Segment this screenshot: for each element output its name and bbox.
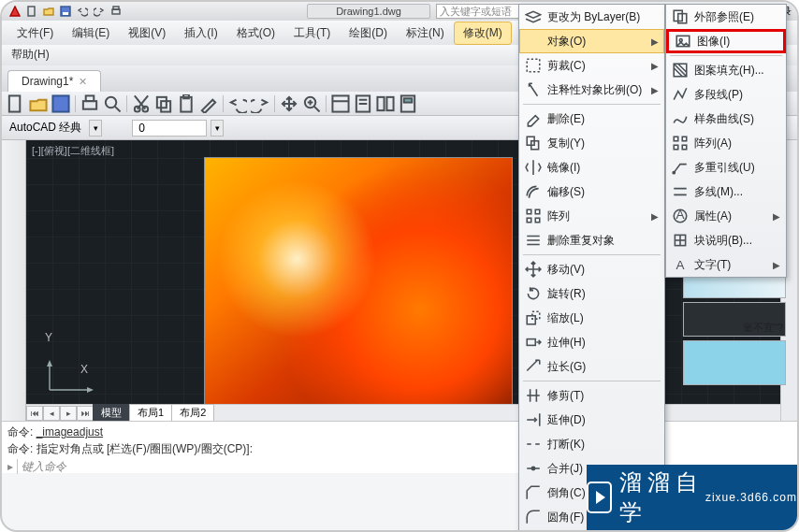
tab-layout2[interactable]: 布局2 bbox=[171, 404, 214, 421]
modify-menu-item[interactable]: 阵列▶ bbox=[519, 204, 664, 228]
tab-next-icon[interactable]: ▸ bbox=[60, 406, 77, 421]
layer-zero[interactable]: 0 bbox=[132, 120, 207, 137]
pan-icon[interactable] bbox=[279, 93, 299, 114]
modify-menu-item[interactable]: 对象(O)▶ bbox=[519, 29, 664, 53]
document-title: Drawing1.dwg bbox=[307, 4, 430, 19]
object-submenu-item[interactable]: 块说明(B)... bbox=[666, 228, 786, 252]
modify-menu-item[interactable]: 镜像(I) bbox=[519, 155, 664, 180]
preview-icon[interactable] bbox=[102, 93, 123, 114]
modify-menu-item[interactable]: 打断(K) bbox=[519, 432, 664, 456]
modify-menu-item[interactable]: 修剪(T) bbox=[519, 383, 664, 408]
overkill-icon bbox=[525, 232, 542, 249]
new-icon[interactable] bbox=[24, 4, 39, 19]
tab-prev-icon[interactable]: ◂ bbox=[43, 406, 60, 421]
modify-menu-item[interactable]: 移动(V) bbox=[519, 257, 664, 281]
menu-view[interactable]: 视图(V) bbox=[119, 22, 175, 45]
menu-item-label: 注释性对象比例(O) bbox=[547, 82, 646, 98]
modify-menu-item[interactable]: 删除重复对象 bbox=[519, 228, 664, 252]
doc-tab[interactable]: Drawing1* ✕ bbox=[7, 70, 101, 92]
menu-item-label: 属性(A) bbox=[694, 208, 767, 224]
menu-item-label: 复制(Y) bbox=[547, 136, 659, 151]
open-doc-icon[interactable] bbox=[28, 93, 49, 114]
new-doc-icon[interactable] bbox=[6, 93, 26, 114]
undo-icon[interactable] bbox=[75, 4, 90, 19]
watermark-sub: zixue.3d66.com bbox=[705, 491, 797, 504]
object-submenu-item[interactable]: 外部参照(E) bbox=[666, 5, 786, 29]
separator bbox=[326, 95, 327, 112]
app-icon[interactable] bbox=[7, 4, 22, 19]
modify-menu-item[interactable]: 复制(Y) bbox=[519, 131, 664, 155]
menu-modify[interactable]: 修改(M) bbox=[454, 22, 512, 45]
menu-format[interactable]: 格式(O) bbox=[227, 22, 284, 45]
command-prompt[interactable]: 键入命令 bbox=[22, 458, 66, 475]
image-icon bbox=[675, 33, 691, 50]
separator bbox=[17, 459, 18, 474]
tab-model[interactable]: 模型 bbox=[93, 404, 130, 421]
plot-icon[interactable] bbox=[80, 93, 100, 114]
menu-tools[interactable]: 工具(T) bbox=[284, 22, 340, 45]
object-submenu-item[interactable]: A属性(A)▶ bbox=[666, 204, 786, 228]
zoom-icon[interactable] bbox=[301, 93, 322, 114]
svg-rect-43 bbox=[527, 59, 540, 72]
close-icon[interactable]: ✕ bbox=[79, 76, 87, 88]
undo-tb-icon[interactable] bbox=[227, 93, 248, 114]
save-icon[interactable] bbox=[58, 4, 73, 19]
modify-menu-item[interactable]: 缩放(L) bbox=[519, 306, 664, 330]
workspace-name[interactable]: AutoCAD 经典 bbox=[6, 118, 85, 137]
draw-toolbar[interactable] bbox=[2, 140, 26, 421]
object-submenu-item[interactable]: 多重引线(U) bbox=[666, 155, 786, 180]
modify-menu-item[interactable]: 偏移(S) bbox=[519, 180, 664, 204]
object-submenu-item[interactable]: 样条曲线(S) bbox=[666, 107, 786, 131]
sheet-icon[interactable] bbox=[353, 93, 373, 114]
save-doc-icon[interactable] bbox=[51, 93, 71, 114]
print-icon[interactable] bbox=[109, 4, 123, 19]
thumbnail[interactable]: 童不宜"? bbox=[683, 302, 786, 337]
thumbnail[interactable] bbox=[683, 340, 786, 385]
object-submenu-item[interactable]: 多段线(P) bbox=[666, 82, 786, 107]
tab-first-icon[interactable]: ⏮ bbox=[26, 406, 43, 421]
menu-draw[interactable]: 绘图(D) bbox=[340, 22, 397, 45]
open-icon[interactable] bbox=[41, 4, 56, 19]
tab-layout1[interactable]: 布局1 bbox=[129, 404, 172, 421]
modify-menu-item[interactable]: 更改为 ByLayer(B) bbox=[519, 5, 664, 29]
calc-icon[interactable] bbox=[398, 93, 418, 114]
object-submenu-item[interactable]: A文字(T)▶ bbox=[666, 252, 786, 277]
redo-icon[interactable] bbox=[92, 4, 107, 19]
matchprop-icon[interactable] bbox=[198, 93, 219, 114]
modify-menu-item[interactable]: 注释性对象比例(O)▶ bbox=[519, 78, 664, 102]
chevron-down-icon[interactable]: ▾ bbox=[211, 120, 224, 137]
cmd-expand-icon[interactable]: ▸ bbox=[7, 458, 13, 475]
chevron-right-icon: ▶ bbox=[651, 85, 659, 95]
chamfer-icon bbox=[525, 484, 542, 501]
menu-file[interactable]: 文件(F) bbox=[7, 22, 63, 45]
redo-tb-icon[interactable] bbox=[250, 93, 270, 114]
modify-menu-item[interactable]: 旋转(R) bbox=[519, 281, 664, 306]
modify-menu-item[interactable]: 剪裁(C)▶ bbox=[519, 53, 664, 78]
play-icon bbox=[587, 482, 612, 513]
menu-insert[interactable]: 插入(I) bbox=[175, 22, 226, 45]
copy-icon[interactable] bbox=[153, 93, 174, 114]
inserted-image[interactable] bbox=[204, 157, 513, 411]
properties-icon[interactable] bbox=[330, 93, 351, 114]
menu-edit[interactable]: 编辑(E) bbox=[63, 22, 119, 45]
object-submenu-item[interactable]: 阵列(A) bbox=[666, 131, 786, 155]
modify-menu-item[interactable]: 拉长(G) bbox=[519, 354, 664, 379]
menu-dimension[interactable]: 标注(N) bbox=[397, 22, 454, 45]
menu-item-label: 镜像(I) bbox=[547, 160, 659, 176]
toolpalette-icon[interactable] bbox=[375, 93, 396, 114]
cut-icon[interactable] bbox=[131, 93, 152, 114]
offset-icon bbox=[525, 183, 542, 200]
viewport-label[interactable]: [-][俯视][二维线框] bbox=[32, 144, 114, 158]
chevron-down-icon[interactable]: ▾ bbox=[89, 120, 102, 137]
tab-last-icon[interactable]: ⏭ bbox=[77, 406, 94, 421]
modify-menu-item[interactable]: 延伸(D) bbox=[519, 408, 664, 432]
object-submenu-item[interactable]: 图案填充(H)... bbox=[666, 58, 786, 82]
object-submenu-item[interactable]: 多线(M)... bbox=[666, 180, 786, 204]
paste-icon[interactable] bbox=[176, 93, 196, 114]
svg-rect-9 bbox=[52, 95, 68, 111]
modify-menu-item[interactable]: 删除(E) bbox=[519, 107, 664, 131]
svg-rect-47 bbox=[535, 209, 540, 214]
svg-rect-49 bbox=[535, 218, 540, 223]
modify-menu-item[interactable]: 拉伸(H) bbox=[519, 330, 664, 354]
object-submenu-item[interactable]: 图像(I) bbox=[666, 29, 786, 53]
